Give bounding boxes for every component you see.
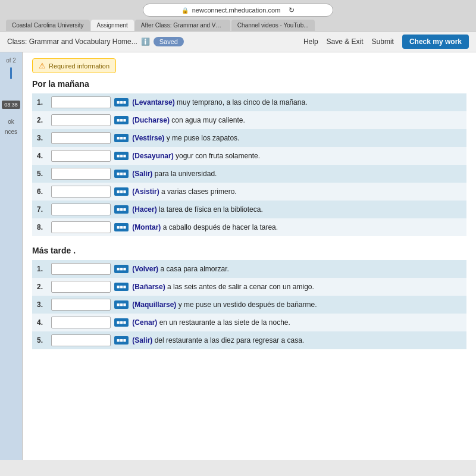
item-number: 1.	[37, 98, 48, 107]
ok-label: ok	[8, 118, 14, 125]
hint-icon[interactable]: ■■■	[114, 223, 129, 231]
tab-channel[interactable]: Channel videos - YouTub...	[231, 20, 315, 31]
answer-input[interactable]	[51, 168, 111, 180]
list-item: 3. ■■■ (Maquillarse) y me puse un vestid…	[32, 296, 466, 314]
list-item: 4. ■■■ (Cenar) en un restaurante a las s…	[32, 314, 466, 331]
hint-icon[interactable]: ■■■	[114, 170, 129, 178]
list-item: 3. ■■■ (Vestirse) y me puse los zapatos.	[32, 129, 466, 147]
list-item: 5. ■■■ (Salir) del restaurante a las die…	[32, 331, 466, 349]
list-item: 8. ■■■ (Montar) a caballo después de hac…	[32, 218, 466, 236]
item-number: 8.	[37, 223, 48, 231]
item-number: 3.	[37, 134, 48, 142]
hint-icon[interactable]: ■■■	[114, 134, 129, 142]
hint-icon[interactable]: ■■■	[114, 116, 129, 124]
nces-label: nces	[5, 129, 17, 135]
item-number: 3.	[37, 300, 48, 309]
answer-input[interactable]	[51, 221, 111, 233]
answer-input[interactable]	[51, 299, 111, 311]
main-layout: of 2 03:38 ok nces ⚠ Required informatio…	[0, 52, 476, 460]
item-number: 1.	[37, 265, 48, 273]
list-item: 2. ■■■ (Ducharse) con agua muy caliente.	[32, 111, 466, 129]
item-number: 2.	[37, 116, 48, 124]
answer-input[interactable]	[51, 317, 111, 328]
hint-icon[interactable]: ■■■	[114, 205, 129, 214]
item-number: 5.	[37, 170, 48, 178]
item-number: 5.	[37, 336, 48, 345]
page-indicator: of 2	[6, 57, 16, 64]
answer-input[interactable]	[51, 203, 111, 215]
item-text: (Asistir) a varias clases primero.	[132, 187, 236, 196]
warning-icon: ⚠	[39, 61, 46, 70]
section1-title: Por la mañana	[32, 79, 466, 89]
item-number: 6.	[37, 187, 48, 196]
info-icon: ℹ️	[141, 37, 150, 46]
item-text: (Volver) a casa para almorzar.	[132, 265, 229, 273]
breadcrumb: Class: Grammar and Vocabulary Home...	[7, 37, 137, 46]
item-text: (Levantarse) muy temprano, a las cinco d…	[132, 98, 307, 107]
answer-input[interactable]	[51, 150, 111, 162]
list-item: 5. ■■■ (Salir) para la universidad.	[32, 165, 466, 183]
section2-title: Más tarde .	[32, 246, 466, 255]
item-text: (Desayunar) yogur con fruta solamente.	[132, 152, 260, 160]
required-banner: ⚠ Required information	[32, 58, 116, 73]
content-area: ⚠ Required information Por la mañana 1. …	[23, 52, 476, 460]
section1-list: 1. ■■■ (Levantarse) muy temprano, a las …	[32, 93, 466, 236]
list-item: 4. ■■■ (Desayunar) yogur con fruta solam…	[32, 147, 466, 165]
submit-link[interactable]: Submit	[372, 37, 394, 46]
help-link[interactable]: Help	[303, 37, 318, 46]
item-number: 2.	[37, 283, 48, 291]
answer-input[interactable]	[51, 114, 111, 126]
hint-icon[interactable]: ■■■	[114, 300, 129, 309]
check-my-work-button[interactable]: Check my work	[402, 35, 469, 49]
saved-badge: Saved	[154, 37, 184, 46]
item-number: 7.	[37, 205, 48, 214]
item-text: (Montar) a caballo después de hacer la t…	[132, 223, 278, 231]
hint-icon[interactable]: ■■■	[114, 98, 129, 107]
item-text: (Cenar) en un restaurante a las siete de…	[132, 318, 290, 327]
answer-input[interactable]	[51, 132, 111, 144]
browser-chrome: 🔒 newconnect.mheducation.com ↻ Coastal C…	[0, 0, 476, 32]
hint-icon[interactable]: ■■■	[114, 265, 129, 273]
required-text: Required information	[49, 62, 109, 70]
url-text: newconnect.mheducation.com	[192, 7, 281, 14]
item-text: (Maquillarse) y me puse un vestido despu…	[132, 300, 317, 309]
hint-icon[interactable]: ■■■	[114, 336, 129, 345]
answer-input[interactable]	[51, 281, 111, 293]
browser-tabs: Coastal Carolina University Assignment A…	[6, 20, 470, 31]
list-item: 6. ■■■ (Asistir) a varias clases primero…	[32, 183, 466, 201]
tab-assignment[interactable]: Assignment	[91, 20, 134, 31]
save-exit-link[interactable]: Save & Exit	[327, 37, 364, 46]
hint-icon[interactable]: ■■■	[114, 283, 129, 291]
left-sidebar: of 2 03:38 ok nces	[0, 52, 23, 460]
item-number: 4.	[37, 152, 48, 160]
item-number: 4.	[37, 318, 48, 327]
header-right: Help Save & Exit Submit Check my work	[303, 35, 469, 49]
answer-input[interactable]	[51, 334, 111, 346]
tab-ccu[interactable]: Coastal Carolina University	[6, 20, 90, 31]
hint-icon[interactable]: ■■■	[114, 187, 129, 196]
header-left: Class: Grammar and Vocabulary Home... ℹ️…	[7, 37, 184, 46]
item-text: (Salir) del restaurante a las diez para …	[132, 336, 304, 345]
app-header: Class: Grammar and Vocabulary Home... ℹ️…	[0, 32, 476, 52]
answer-input[interactable]	[51, 263, 111, 275]
item-text: (Vestirse) y me puse los zapatos.	[132, 134, 239, 142]
answer-input[interactable]	[51, 186, 111, 198]
lock-icon: 🔒	[181, 7, 189, 14]
item-text: (Ducharse) con agua muy caliente.	[132, 116, 245, 124]
address-bar: 🔒 newconnect.mheducation.com ↻	[143, 4, 333, 17]
list-item: 1. ■■■ (Levantarse) muy temprano, a las …	[32, 93, 466, 111]
hint-icon[interactable]: ■■■	[114, 318, 129, 327]
item-text: (Bañarse) a las seis antes de salir a ce…	[132, 283, 314, 291]
tab-after-class[interactable]: After Class: Grammar and Vocabulary Home…	[135, 20, 230, 31]
list-item: 1. ■■■ (Volver) a casa para almorzar.	[32, 260, 466, 278]
section2-list: 1. ■■■ (Volver) a casa para almorzar. 2.…	[32, 260, 466, 349]
timer-badge: 03:38	[2, 101, 20, 109]
hint-icon[interactable]: ■■■	[114, 152, 129, 160]
item-text: (Hacer) la tarea de física en la bibliot…	[132, 205, 262, 214]
page-bar	[10, 67, 12, 79]
item-text: (Salir) para la universidad.	[132, 170, 217, 178]
list-item: 2. ■■■ (Bañarse) a las seis antes de sal…	[32, 278, 466, 296]
answer-input[interactable]	[51, 96, 111, 108]
list-item: 7. ■■■ (Hacer) la tarea de física en la …	[32, 201, 466, 218]
reload-icon[interactable]: ↻	[289, 6, 295, 14]
